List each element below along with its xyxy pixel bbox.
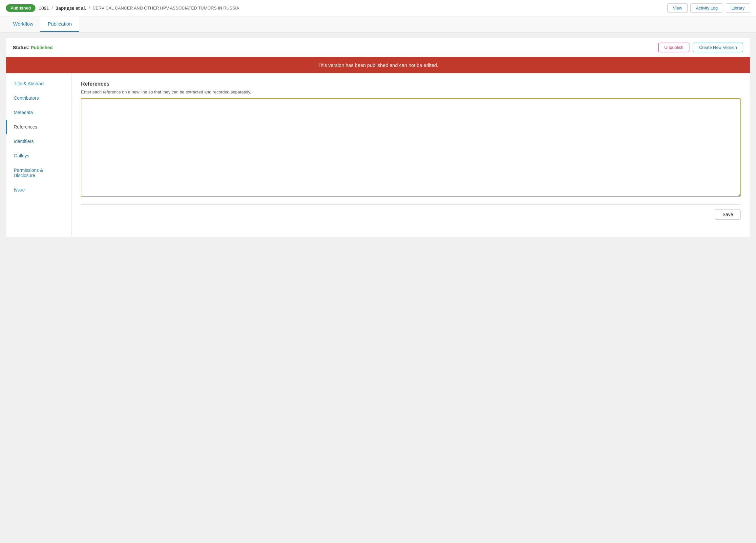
breadcrumb: 1091 / Заридзе et al. / CERVICAL CANCER …: [39, 6, 664, 11]
tab-workflow[interactable]: Workflow: [6, 16, 40, 32]
view-button[interactable]: View: [667, 3, 688, 13]
sidebar-item-references[interactable]: References: [6, 120, 72, 134]
create-new-version-button[interactable]: Create New Version: [693, 43, 743, 52]
references-textarea[interactable]: [81, 98, 741, 197]
breadcrumb-article-title: CERVICAL CANCER AND OTHER HPV ASSOCIATED…: [93, 6, 239, 10]
sidebar-item-contributors[interactable]: Contributors: [6, 91, 72, 105]
breadcrumb-sep-2: /: [89, 6, 90, 11]
breadcrumb-author: Заридзе et al.: [55, 6, 86, 11]
references-section-title: References: [81, 81, 741, 87]
status-label: Status:: [13, 45, 30, 50]
top-bar: Published 1091 / Заридзе et al. / CERVIC…: [0, 0, 756, 16]
breadcrumb-sep-1: /: [52, 6, 53, 11]
unpublish-button[interactable]: Unpublish: [658, 43, 690, 52]
status-bar: Status: Published Unpublish Create New V…: [6, 38, 750, 57]
status-value: Published: [31, 45, 53, 50]
sidebar-item-identifiers[interactable]: Identifiers: [6, 134, 72, 149]
panel-footer: Save: [81, 204, 741, 220]
breadcrumb-number: 1091: [39, 6, 49, 11]
top-bar-actions: View Activity Log Library: [667, 3, 750, 13]
references-section-description: Enter each reference on a new line so th…: [81, 90, 741, 94]
content-layout: Title & Abstract Contributors Metadata R…: [6, 73, 750, 237]
sidebar-nav: Title & Abstract Contributors Metadata R…: [6, 73, 72, 237]
sidebar-item-galleys[interactable]: Galleys: [6, 149, 72, 163]
sidebar-item-title-abstract[interactable]: Title & Abstract: [6, 76, 72, 91]
status-text: Status: Published: [13, 45, 53, 50]
published-badge: Published: [6, 4, 35, 12]
tabs-bar: Workflow Publication: [0, 16, 756, 32]
main-wrapper: Status: Published Unpublish Create New V…: [0, 38, 756, 243]
sidebar-item-permissions-disclosure[interactable]: Permissions & Disclosure: [6, 163, 72, 183]
save-button[interactable]: Save: [715, 209, 741, 220]
status-bar-actions: Unpublish Create New Version: [658, 43, 743, 52]
library-button[interactable]: Library: [726, 3, 750, 13]
sidebar-item-metadata[interactable]: Metadata: [6, 105, 72, 120]
main-panel: References Enter each reference on a new…: [72, 73, 750, 237]
published-alert-banner: This version has been published and can …: [6, 57, 750, 73]
sidebar-item-issue[interactable]: Issue: [6, 183, 72, 197]
activity-log-button[interactable]: Activity Log: [690, 3, 723, 13]
tab-publication[interactable]: Publication: [40, 16, 79, 32]
